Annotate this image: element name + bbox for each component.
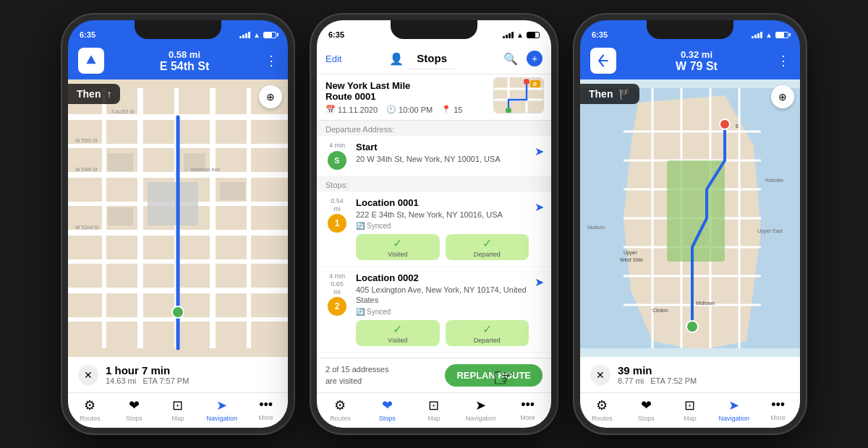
tab-map-right[interactable]: ⊡ Map: [668, 397, 712, 422]
tab-more-middle[interactable]: ••• More: [504, 397, 551, 422]
stops-label: Stops:: [317, 176, 551, 191]
stop2-nav-btn[interactable]: ➤: [535, 275, 544, 289]
map-icon-left: ⊡: [172, 397, 183, 413]
stop2-departed-label: Departed: [474, 337, 501, 344]
stop1-title: Location 0001: [356, 197, 529, 208]
tab-routes-left[interactable]: ⚙ Routes: [68, 397, 112, 422]
nav-icon-right: ➤: [728, 397, 739, 413]
trip-info-right: 39 min 8.77 mi ETA 7:52 PM: [618, 364, 790, 385]
stop2-visited-btn[interactable]: ✓ Visited: [356, 320, 440, 346]
start-stop: 4 min S Start 20 W 34th St, New York, NY…: [317, 136, 551, 176]
stop2-body: Location 0002 405 Lexington Ave, New Yor…: [356, 272, 529, 346]
map-label-middle: Map: [427, 415, 441, 422]
stop2-title: Location 0002: [356, 272, 529, 283]
stop1-actions: ✓ Visited ✓ Departed: [356, 234, 529, 260]
replan-btn[interactable]: REPLAN ROUTE: [445, 364, 542, 387]
tab-stops-right[interactable]: ❤ Stops: [624, 397, 668, 422]
then-text-left: Then: [77, 88, 101, 100]
tab-navigation-right[interactable]: ➤ Navigation: [712, 397, 756, 422]
tab-stops-middle[interactable]: ❤ Stops: [364, 397, 411, 422]
phone-right: 6:35 ▲ 0.32 mi W 79 St ⋮ Then 🏴: [574, 14, 806, 434]
wifi-icon-middle: ▲: [516, 31, 524, 39]
stop1-synced: 🔄 Synced: [356, 222, 529, 230]
trip-duration-left: 1 hour 7 min: [106, 364, 278, 376]
stop1-departed-btn[interactable]: ✓ Departed: [446, 234, 529, 260]
stop-1: 0.54 mi 1 Location 0001 222 E 34th St, N…: [317, 191, 551, 266]
nav-street-right: W 79 St: [676, 60, 718, 73]
svg-text:W 55th St: W 55th St: [75, 138, 98, 143]
add-icon-middle[interactable]: +: [527, 51, 542, 66]
close-btn-left[interactable]: ✕: [78, 365, 98, 385]
start-dot: S: [328, 151, 346, 170]
search-icon-middle[interactable]: 🔍: [503, 52, 518, 66]
tab-map-left[interactable]: ⊡ Map: [156, 397, 200, 422]
routes-label-middle: Routes: [330, 415, 351, 422]
tab-stops-left[interactable]: ❤ Stops: [112, 397, 156, 422]
start-title: Start: [356, 142, 529, 152]
signal-icon-middle: [503, 31, 514, 38]
svg-text:Madison Ave: Madison Ave: [191, 167, 220, 172]
stops-label-middle: Stops: [379, 415, 396, 422]
route-info: New York Last Mile Route 0001 📅 11.11.20…: [317, 74, 551, 121]
stop-count: 📍 15: [441, 105, 462, 114]
route-map-thumbnail: ⚙: [493, 77, 544, 113]
tab-routes-middle[interactable]: ⚙ Routes: [317, 397, 364, 422]
direction-arrow-right: [590, 48, 616, 74]
svg-text:Clinton: Clinton: [652, 308, 668, 313]
stop1-visited-btn[interactable]: ✓ Visited: [356, 234, 440, 260]
stop1-nav-btn[interactable]: ➤: [535, 200, 544, 214]
compass-left[interactable]: ⊕: [259, 85, 282, 108]
battery-icon-middle: [527, 32, 540, 38]
time-right: 6:35: [592, 30, 608, 39]
map-label-left: Map: [171, 415, 184, 422]
map-icon-middle: ⊡: [428, 397, 439, 413]
stops-label-right: Stops: [638, 415, 655, 422]
nav-icon-left: ➤: [216, 397, 227, 413]
stop1-visited-label: Visited: [388, 251, 407, 258]
edit-button[interactable]: Edit: [326, 53, 341, 64]
stops-content[interactable]: Departure Address: 4 min S Start 20 W 34…: [317, 121, 551, 358]
svg-text:Upper East: Upper East: [757, 228, 783, 234]
nav-label-middle: Navigation: [466, 415, 497, 422]
kebab-menu-right[interactable]: ⋮: [777, 53, 790, 69]
tab-more-right[interactable]: ••• More: [756, 397, 800, 422]
then-text-right: Then: [589, 88, 613, 100]
bottom-tabs-right: ⚙ Routes ❤ Stops ⊡ Map ➤ Navigation ••• …: [580, 392, 800, 428]
stops-header: Edit 👤 Stops 🔍 +: [317, 43, 551, 74]
svg-point-19: [172, 306, 184, 318]
nav-distance-right: 0.32 mi: [681, 49, 712, 60]
then-flag-right: 🏴: [618, 88, 631, 100]
more-icon-left: •••: [259, 397, 273, 413]
status-bar-right: 6:35 ▲: [580, 20, 800, 43]
routes-icon-left: ⚙: [84, 397, 95, 413]
sync-icon-1: 🔄: [356, 222, 365, 230]
stop-3: 6 min 1.11 mi 3 Location 0003 125 E 54th…: [317, 353, 551, 358]
signal-icon-right: [752, 31, 762, 38]
sync-icon-2: 🔄: [356, 308, 365, 316]
stop2-dist: 4 min 0.65 mi: [329, 272, 345, 296]
signal-icon: [239, 31, 250, 38]
tab-map-middle[interactable]: ⊡ Map: [411, 397, 458, 422]
close-btn-right[interactable]: ✕: [590, 365, 610, 385]
svg-point-49: [720, 119, 730, 129]
tab-navigation-left[interactable]: ➤ Navigation: [200, 397, 244, 422]
status-bar-left: 6:35 ▲: [68, 20, 288, 43]
stop2-departed-btn[interactable]: ✓ Departed: [446, 320, 529, 346]
kebab-menu-left[interactable]: ⋮: [265, 53, 278, 69]
person-icon[interactable]: 👤: [389, 52, 404, 66]
compass-right[interactable]: ⊕: [771, 85, 794, 108]
stop-2: 4 min 0.65 mi 2 Location 0002 405 Lexing…: [317, 267, 551, 352]
stop1-departed-label: Departed: [474, 251, 501, 258]
nav-label-left: Navigation: [207, 415, 238, 422]
svg-rect-18: [220, 182, 245, 200]
more-icon-middle: •••: [521, 397, 535, 413]
stops-footer: 2 of 15 addressesare visited REPLAN ROUT…: [317, 358, 551, 392]
tab-navigation-middle[interactable]: ➤ Navigation: [457, 397, 504, 422]
nav-street-left: E 54th St: [160, 60, 209, 73]
map-left: W 55th St W 54th St W 52nd St Madison Av…: [68, 79, 288, 357]
tab-more-left[interactable]: ••• More: [244, 397, 288, 422]
stops-header-icons: 🔍 +: [503, 51, 542, 66]
nav-header-left: 0.58 mi E 54th St ⋮: [68, 43, 288, 79]
tab-routes-right[interactable]: ⚙ Routes: [580, 397, 624, 422]
start-nav-btn[interactable]: ➤: [535, 145, 544, 158]
